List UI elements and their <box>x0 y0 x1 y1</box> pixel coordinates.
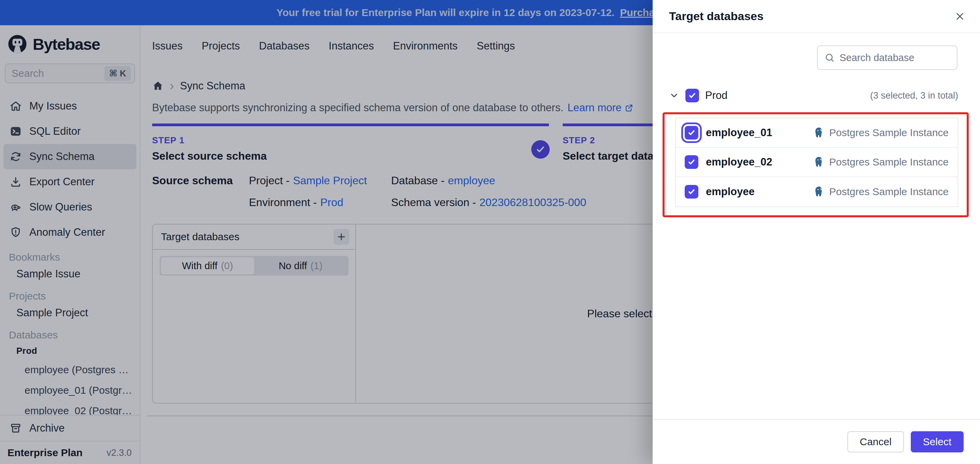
group-checkbox[interactable] <box>686 89 699 102</box>
close-icon <box>954 11 966 22</box>
cancel-button[interactable]: Cancel <box>847 431 904 453</box>
select-button[interactable]: Select <box>911 431 964 453</box>
postgres-icon <box>813 156 825 168</box>
instance-info: Postgres Sample Instance <box>813 156 949 168</box>
database-list: employee_01 Postgres Sample Instance emp… <box>675 118 958 207</box>
search-icon <box>824 53 835 63</box>
row-checkbox[interactable] <box>685 155 698 169</box>
database-search[interactable] <box>817 45 958 70</box>
app-root: Your free trial for Enterprise Plan will… <box>0 0 980 464</box>
postgres-icon <box>813 186 825 198</box>
group-name: Prod <box>705 89 727 102</box>
close-button[interactable] <box>954 11 966 22</box>
selection-summary: (3 selected, 3 in total) <box>870 91 958 101</box>
instance-info: Postgres Sample Instance <box>813 127 949 139</box>
list-item-employee-01[interactable]: employee_01 Postgres Sample Instance <box>676 118 958 148</box>
instance-name: Postgres Sample Instance <box>829 127 949 139</box>
database-name: employee_02 <box>706 156 772 168</box>
list-item-employee[interactable]: employee Postgres Sample Instance <box>676 177 958 206</box>
drawer-footer: Cancel Select <box>653 419 980 464</box>
list-item-employee-02[interactable]: employee_02 Postgres Sample Instance <box>676 148 958 177</box>
drawer-title: Target databases <box>669 10 954 23</box>
check-icon <box>687 187 696 196</box>
check-icon <box>687 158 696 166</box>
modal-overlay[interactable] <box>0 0 653 464</box>
chevron-down-icon[interactable] <box>669 91 679 100</box>
instance-info: Postgres Sample Instance <box>813 186 949 198</box>
database-name: employee_01 <box>706 127 772 139</box>
check-icon <box>687 128 696 137</box>
instance-name: Postgres Sample Instance <box>829 186 949 198</box>
database-search-input[interactable] <box>840 52 950 64</box>
drawer-header: Target databases <box>653 0 980 33</box>
environment-group-row: Prod (3 selected, 3 in total) <box>669 86 958 105</box>
row-checkbox[interactable] <box>685 185 698 199</box>
postgres-icon <box>813 127 825 139</box>
target-databases-drawer: Target databases Prod (3 selected, 3 in … <box>653 0 980 464</box>
check-icon <box>688 91 697 100</box>
row-checkbox[interactable] <box>685 126 698 140</box>
instance-name: Postgres Sample Instance <box>829 156 949 168</box>
database-name: employee <box>706 186 755 198</box>
